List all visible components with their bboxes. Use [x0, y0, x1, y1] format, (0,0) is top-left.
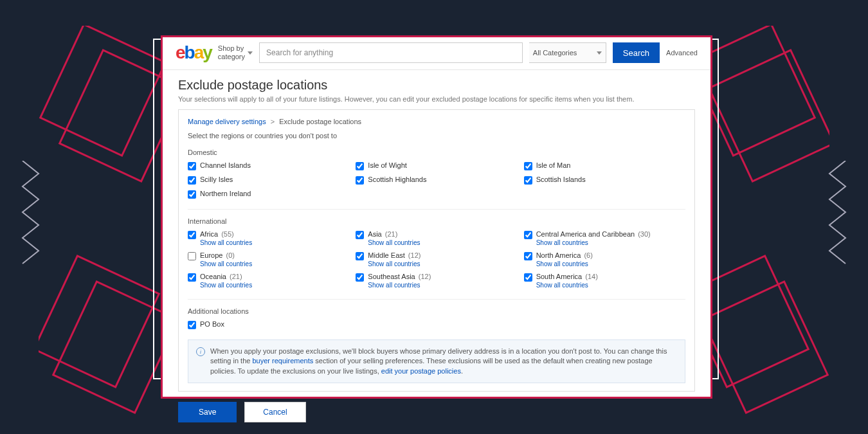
shop-by-line2: category [218, 53, 245, 61]
checkbox-count: (30) [636, 230, 651, 238]
domestic-grid: Channel IslandsIsle of WightIsle of ManS… [188, 161, 685, 199]
divider [188, 299, 685, 300]
button-row: Save Cancel [178, 402, 695, 422]
location-checkbox[interactable] [188, 252, 196, 260]
checkbox-item: Northern Ireland [188, 190, 349, 199]
location-checkbox[interactable] [188, 162, 196, 170]
checkbox-label: Scottish Islands [536, 176, 586, 183]
checkbox-count: (55) [219, 230, 234, 238]
checkbox-item: Southeast Asia (12)Show all countries [356, 273, 517, 289]
categories-select[interactable]: All Categories [529, 42, 606, 63]
location-checkbox[interactable] [188, 321, 196, 329]
show-all-countries-link[interactable]: Show all countries [200, 239, 252, 246]
checkbox-item: Middle East (12)Show all countries [356, 251, 517, 267]
show-all-countries-link[interactable]: Show all countries [200, 260, 252, 267]
checkbox-item: Central America and Caribbean (30)Show a… [524, 230, 685, 246]
checkbox-count: (12) [406, 251, 421, 259]
page-title: Exclude postage locations [178, 78, 695, 93]
location-checkbox[interactable] [188, 273, 196, 282]
checkbox-item: Isle of Wight [356, 161, 517, 170]
breadcrumb: Manage delivery settings > Exclude posta… [188, 118, 685, 125]
checkbox-item: Europe (0)Show all countries [188, 251, 349, 267]
international-label: International [188, 217, 685, 225]
checkbox-label: Scottish Highlands [368, 176, 426, 183]
instruction-text: Select the regions or countries you don'… [188, 132, 685, 140]
checkbox-label: Asia [368, 230, 381, 238]
checkbox-item: Oceania (21)Show all countries [188, 273, 349, 289]
show-all-countries-link[interactable]: Show all countries [536, 239, 651, 246]
location-checkbox[interactable] [188, 176, 196, 185]
additional-grid: PO Box [188, 320, 685, 329]
svg-rect-0 [41, 26, 166, 156]
checkbox-item: Scottish Highlands [356, 176, 517, 185]
checkbox-label: South America [536, 273, 583, 280]
checkbox-label: Channel Islands [200, 161, 251, 169]
advanced-link[interactable]: Advanced [666, 49, 698, 57]
location-checkbox[interactable] [524, 273, 532, 282]
chevron-down-icon [248, 51, 253, 55]
ebay-logo[interactable]: ebay [176, 42, 212, 63]
settings-box: Manage delivery settings > Exclude posta… [178, 109, 695, 392]
svg-rect-5 [709, 50, 829, 181]
checkbox-item: Scottish Islands [524, 176, 685, 185]
checkbox-item: PO Box [188, 320, 349, 329]
location-checkbox[interactable] [524, 162, 532, 170]
search-button[interactable]: Search [613, 42, 660, 63]
international-grid: Africa (55)Show all countriesAsia (21)Sh… [188, 230, 685, 289]
page-subtitle: Your selections will apply to all of you… [178, 95, 695, 103]
checkbox-label: Northern Ireland [200, 190, 251, 197]
cancel-button[interactable]: Cancel [244, 402, 305, 422]
checkbox-label: PO Box [200, 320, 224, 328]
breadcrumb-parent[interactable]: Manage delivery settings [188, 118, 266, 125]
show-all-countries-link[interactable]: Show all countries [368, 239, 420, 246]
checkbox-count: (21) [228, 273, 242, 280]
location-checkbox[interactable] [188, 190, 196, 199]
buyer-requirements-link[interactable]: buyer requirements [252, 357, 313, 365]
svg-rect-2 [39, 256, 159, 387]
checkbox-count: (21) [383, 230, 398, 238]
checkbox-label: North America [536, 251, 581, 259]
location-checkbox[interactable] [524, 176, 532, 185]
checkbox-label: Scilly Isles [200, 176, 233, 183]
location-checkbox[interactable] [356, 176, 364, 185]
show-all-countries-link[interactable]: Show all countries [368, 260, 420, 267]
show-all-countries-link[interactable]: Show all countries [200, 282, 252, 289]
location-checkbox[interactable] [356, 162, 364, 170]
divider [188, 209, 685, 210]
show-all-countries-link[interactable]: Show all countries [368, 282, 431, 289]
save-button[interactable]: Save [178, 402, 237, 422]
checkbox-item: Channel Islands [188, 161, 349, 170]
checkbox-item: Africa (55)Show all countries [188, 230, 349, 246]
show-all-countries-link[interactable]: Show all countries [536, 260, 593, 267]
checkbox-label: Africa [200, 230, 218, 238]
categories-label: All Categories [533, 49, 577, 57]
checkbox-count: (12) [417, 273, 431, 280]
show-all-countries-link[interactable]: Show all countries [536, 282, 598, 289]
shop-by-category[interactable]: Shop by category [218, 44, 253, 61]
breadcrumb-current: Exclude postage locations [279, 118, 361, 125]
header: ebay Shop by category All Categories Sea… [163, 37, 710, 70]
search-input[interactable] [259, 42, 523, 63]
checkbox-label: Europe [200, 251, 222, 259]
checkbox-count: (6) [582, 251, 593, 259]
edit-postage-policies-link[interactable]: edit your postage policies [381, 367, 461, 375]
domestic-label: Domestic [188, 149, 685, 156]
checkbox-item: Asia (21)Show all countries [356, 230, 517, 246]
breadcrumb-sep: > [271, 118, 275, 125]
chevron-down-icon [597, 51, 602, 55]
location-checkbox[interactable] [356, 273, 364, 282]
checkbox-label: Middle East [368, 251, 404, 259]
checkbox-label: Southeast Asia [368, 273, 415, 280]
content: Exclude postage locations Your selection… [163, 70, 710, 430]
additional-label: Additional locations [188, 307, 685, 315]
checkbox-label: Central America and Caribbean [536, 230, 635, 238]
checkbox-item: Isle of Man [524, 161, 685, 170]
checkbox-label: Isle of Wight [368, 161, 407, 169]
location-checkbox[interactable] [188, 231, 196, 239]
location-checkbox[interactable] [356, 252, 364, 260]
checkbox-count: (14) [583, 273, 598, 280]
checkbox-item: North America (6)Show all countries [524, 251, 685, 267]
location-checkbox[interactable] [524, 252, 532, 260]
location-checkbox[interactable] [356, 231, 364, 239]
location-checkbox[interactable] [524, 231, 532, 239]
